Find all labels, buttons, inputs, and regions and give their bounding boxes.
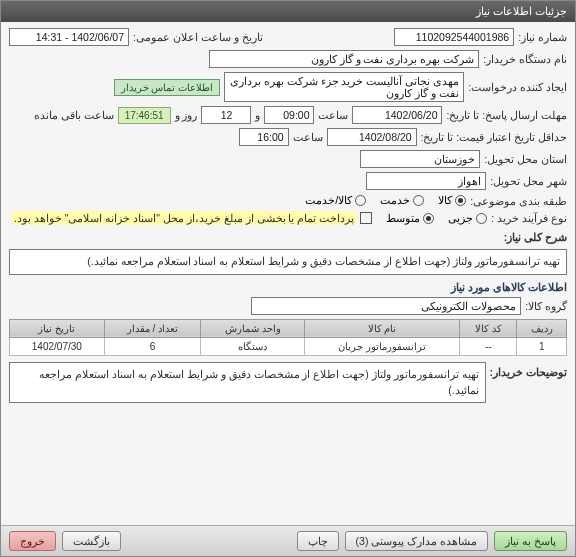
contact-buyer-button[interactable]: اطلاعات تماس خریدار (114, 79, 221, 96)
group-value: محصولات الکترونیکی (251, 297, 521, 315)
buyer-notes-box: تهیه ترانسفورماتور ولتاژ (جهت اطلاع از م… (9, 362, 486, 404)
validity-label: حداقل تاریخ اعتبار قیمت: تا تاریخ: (421, 131, 567, 143)
footer-toolbar: پاسخ به نیاز مشاهده مدارک پیوستی (3) چاپ… (1, 525, 575, 556)
attachments-button[interactable]: مشاهده مدارک پیوستی (3) (345, 531, 489, 551)
th-date: تاریخ نیاز (10, 319, 105, 337)
buyer-org-label: نام دستگاه خریدار: (483, 53, 567, 65)
radio-circle-icon (413, 195, 424, 206)
days-label: روز و (175, 109, 198, 121)
province-label: استان محل تحویل: (484, 153, 567, 165)
window: جزئیات اطلاعات نیاز شماره نیاز: 11020925… (0, 0, 576, 557)
th-name: نام کالا (305, 319, 460, 337)
cell-name: ترانسفورماتور جریان (305, 337, 460, 355)
announce-label: تاریخ و ساعت اعلان عمومی: (133, 31, 263, 43)
cell-row: 1 (517, 337, 567, 355)
desc-label: شرح کلی نیاز: (504, 231, 567, 243)
deadline-time-label: ساعت (318, 109, 348, 121)
payment-checkbox[interactable] (360, 212, 372, 224)
deadline-date: 1402/06/20 (352, 106, 442, 124)
category-label: طبقه بندی موضوعی: (470, 195, 567, 207)
window-title: جزئیات اطلاعات نیاز (1, 1, 575, 22)
radio-both-label: کالا/خدمت (305, 194, 352, 207)
radio-medium-label: متوسط (386, 212, 420, 225)
table-row[interactable]: 1 -- ترانسفورماتور جریان دستگاه 6 1402/0… (10, 337, 567, 355)
buyer-org-value: شرکت بهره برداری نفت و گاز کارون (209, 50, 479, 68)
radio-goods-label: کالا (438, 194, 452, 207)
group-label: گروه کالا: (525, 300, 567, 312)
validity-time: 16:00 (239, 128, 289, 146)
radio-circle-icon (476, 213, 487, 224)
back-button[interactable]: بازگشت (62, 531, 121, 551)
creator-value: مهدی نجاتی آنالیست خرید جزء شرکت بهره بر… (224, 72, 464, 102)
radio-service[interactable]: خدمت (380, 194, 424, 207)
province-value: خوزستان (360, 150, 480, 168)
validity-date: 1402/08/20 (327, 128, 417, 146)
cell-qty: 6 (104, 337, 201, 355)
need-no-label: شماره نیاز: (518, 31, 567, 43)
description-box: تهیه ترانسفورماتور ولتاژ (جهت اطلاع از م… (9, 249, 567, 275)
radio-goods[interactable]: کالا (438, 194, 466, 207)
deadline-label: مهلت ارسال پاسخ: تا تاریخ: (446, 109, 567, 121)
exit-button[interactable]: خروج (9, 531, 56, 551)
payment-note: پرداخت تمام یا بخشی از مبلغ خرید،از محل … (12, 211, 356, 225)
deadline-time: 09:00 (264, 106, 314, 124)
days-remaining: 12 (201, 106, 251, 124)
creator-label: ایجاد کننده درخواست: (468, 81, 567, 93)
content-area: شماره نیاز: 1102092544001986 تاریخ و ساع… (1, 22, 575, 525)
th-code: کد کالا (460, 319, 517, 337)
radio-dot-icon (455, 195, 466, 206)
city-label: شهر محل تحویل: (490, 175, 567, 187)
need-no-value: 1102092544001986 (394, 28, 514, 46)
process-label: نوع فرآیند خرید : (491, 212, 567, 224)
buyer-notes-label: توضیحات خریدار: (490, 362, 567, 378)
th-unit: واحد شمارش (201, 319, 305, 337)
radio-both[interactable]: کالا/خدمت (305, 194, 366, 207)
th-row: ردیف (517, 319, 567, 337)
cell-date: 1402/07/30 (10, 337, 105, 355)
radio-medium[interactable]: متوسط (386, 212, 434, 225)
validity-time-label: ساعت (293, 131, 323, 143)
th-qty: تعداد / مقدار (104, 319, 201, 337)
cell-code: -- (460, 337, 517, 355)
radio-small[interactable]: جزیی (448, 212, 487, 225)
items-table: ردیف کد کالا نام کالا واحد شمارش تعداد /… (9, 319, 567, 356)
radio-small-label: جزیی (448, 212, 473, 225)
radio-dot-icon (423, 213, 434, 224)
print-button[interactable]: چاپ (297, 531, 339, 551)
items-section-title: اطلاعات کالاهای مورد نیاز (9, 281, 567, 294)
respond-button[interactable]: پاسخ به نیاز (494, 531, 567, 551)
table-header-row: ردیف کد کالا نام کالا واحد شمارش تعداد /… (10, 319, 567, 337)
city-value: اهواز (366, 172, 486, 190)
time-remaining-badge: 17:46:51 (118, 107, 171, 124)
radio-service-label: خدمت (380, 194, 410, 207)
radio-circle-icon (355, 195, 366, 206)
announce-value: 1402/06/07 - 14:31 (9, 28, 129, 46)
days-and: و (255, 109, 260, 121)
cell-unit: دستگاه (201, 337, 305, 355)
remaining-label: ساعت باقی مانده (34, 109, 114, 121)
